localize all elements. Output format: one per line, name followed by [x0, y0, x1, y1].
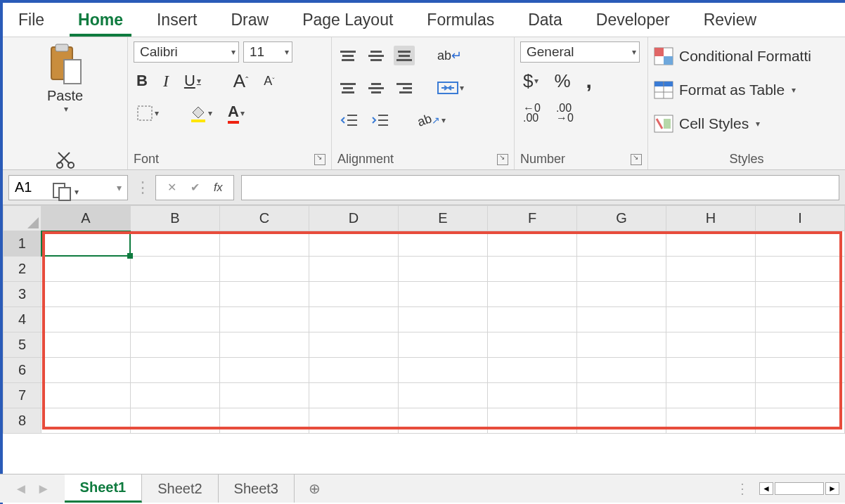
- cell[interactable]: [666, 358, 756, 383]
- cell[interactable]: [399, 307, 488, 332]
- cell[interactable]: [41, 282, 131, 307]
- underline-button[interactable]: U▾: [181, 70, 204, 91]
- cell[interactable]: [309, 408, 399, 434]
- format-as-table-button[interactable]: Format as Table▾: [654, 75, 839, 105]
- increase-indent-button[interactable]: [368, 111, 392, 129]
- cell[interactable]: [756, 408, 845, 434]
- sheet-nav-prev[interactable]: ◄: [14, 481, 28, 497]
- copy-button[interactable]: ▾: [48, 179, 83, 205]
- dialog-launcher-number[interactable]: [631, 154, 642, 165]
- tab-developer[interactable]: Developer: [588, 5, 678, 37]
- row-header-4[interactable]: 4: [4, 307, 41, 332]
- sheet-tab-1[interactable]: Sheet1: [65, 474, 143, 503]
- name-box-expand[interactable]: ⋮: [135, 179, 148, 197]
- formula-bar-input[interactable]: [241, 175, 839, 200]
- cell[interactable]: [41, 257, 131, 282]
- cell[interactable]: [220, 307, 309, 332]
- hscroll-right[interactable]: ►: [825, 482, 839, 495]
- cell[interactable]: [41, 332, 131, 358]
- cell[interactable]: [488, 231, 577, 257]
- col-header-B[interactable]: B: [131, 206, 220, 231]
- cell[interactable]: [488, 257, 577, 282]
- cell[interactable]: [666, 231, 756, 257]
- cell[interactable]: [131, 282, 220, 307]
- cell[interactable]: [220, 282, 309, 307]
- sheet-tab-options[interactable]: ⋮: [735, 480, 749, 497]
- cell[interactable]: [756, 358, 845, 383]
- cell[interactable]: [220, 358, 309, 383]
- col-header-F[interactable]: F: [488, 206, 577, 231]
- add-sheet-button[interactable]: ⊕: [295, 474, 335, 503]
- cell[interactable]: [756, 332, 845, 358]
- decrease-decimal-button[interactable]: .00→0: [553, 102, 576, 124]
- cut-button[interactable]: [48, 147, 83, 172]
- hscroll-track[interactable]: [775, 482, 824, 495]
- cell[interactable]: [131, 332, 220, 358]
- cell[interactable]: [131, 383, 220, 408]
- col-header-C[interactable]: C: [220, 206, 309, 231]
- cell[interactable]: [41, 408, 131, 434]
- cell[interactable]: [131, 257, 220, 282]
- cell[interactable]: [666, 408, 756, 434]
- tab-page-layout[interactable]: Page Layout: [294, 5, 401, 37]
- align-center-button[interactable]: [366, 78, 387, 98]
- cell[interactable]: [220, 383, 309, 408]
- cell[interactable]: [577, 282, 666, 307]
- cell[interactable]: [399, 408, 488, 434]
- percent-button[interactable]: %: [551, 69, 573, 93]
- align-bottom-button[interactable]: [394, 46, 415, 65]
- cell[interactable]: [220, 332, 309, 358]
- cell[interactable]: [309, 358, 399, 383]
- cell[interactable]: [756, 282, 845, 307]
- cell[interactable]: [577, 257, 666, 282]
- cell[interactable]: [488, 307, 577, 332]
- dialog-launcher-font[interactable]: [314, 154, 325, 165]
- cell[interactable]: [666, 383, 756, 408]
- italic-button[interactable]: I: [160, 70, 172, 92]
- cell[interactable]: [309, 231, 399, 257]
- cell[interactable]: [666, 282, 756, 307]
- tab-review[interactable]: Review: [695, 5, 765, 37]
- font-name-combo[interactable]: Calibri▾: [134, 41, 239, 63]
- font-size-combo[interactable]: 11▾: [243, 41, 292, 63]
- tab-insert[interactable]: Insert: [148, 5, 206, 37]
- wrap-text-button[interactable]: ab↵: [434, 50, 465, 61]
- cell[interactable]: [41, 383, 131, 408]
- comma-button[interactable]: ,: [583, 67, 595, 94]
- merge-center-button[interactable]: ▾: [434, 78, 467, 98]
- cell[interactable]: [220, 231, 309, 257]
- bold-button[interactable]: B: [134, 70, 150, 91]
- cell[interactable]: [220, 408, 309, 434]
- tab-home[interactable]: Home: [70, 5, 131, 37]
- align-middle-button[interactable]: [366, 46, 387, 65]
- cell[interactable]: [399, 257, 488, 282]
- cell[interactable]: [309, 383, 399, 408]
- cell[interactable]: [577, 358, 666, 383]
- decrease-font-button[interactable]: Aˇ: [261, 72, 277, 90]
- increase-decimal-button[interactable]: ←0.00: [520, 102, 543, 124]
- row-header-5[interactable]: 5: [4, 332, 41, 358]
- cell[interactable]: [399, 332, 488, 358]
- decrease-indent-button[interactable]: [337, 111, 361, 129]
- row-header-7[interactable]: 7: [4, 383, 41, 408]
- cell-A1[interactable]: [41, 231, 131, 257]
- cell[interactable]: [488, 332, 577, 358]
- cancel-formula-button[interactable]: ✕: [167, 181, 176, 194]
- col-header-H[interactable]: H: [666, 206, 756, 231]
- cell[interactable]: [488, 408, 577, 434]
- hscroll-left[interactable]: ◄: [759, 482, 773, 495]
- cell-styles-button[interactable]: Cell Styles▾: [654, 109, 839, 138]
- col-header-A[interactable]: A: [41, 206, 131, 231]
- cell[interactable]: [399, 358, 488, 383]
- select-all-corner[interactable]: [4, 206, 41, 231]
- row-header-6[interactable]: 6: [4, 358, 41, 383]
- sheet-nav-next[interactable]: ►: [37, 481, 51, 497]
- cell[interactable]: [577, 231, 666, 257]
- tab-formulas[interactable]: Formulas: [418, 5, 503, 37]
- dialog-launcher-alignment[interactable]: [497, 154, 508, 165]
- number-format-combo[interactable]: General▾: [520, 41, 640, 63]
- cell[interactable]: [577, 383, 666, 408]
- cell[interactable]: [220, 257, 309, 282]
- font-color-button[interactable]: A ▾: [225, 101, 247, 125]
- cell[interactable]: [131, 231, 220, 257]
